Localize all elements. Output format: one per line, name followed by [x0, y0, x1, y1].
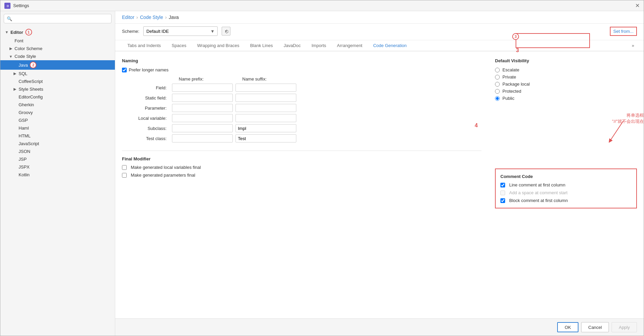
static-field-prefix-input[interactable] — [172, 94, 233, 102]
visibility-title: Default Visibility — [495, 58, 637, 63]
ok-button[interactable]: OK — [557, 322, 578, 332]
parameter-label: Parameter: — [122, 106, 169, 111]
local-var-suffix-input[interactable] — [236, 114, 296, 122]
add-space-label[interactable]: Add a space at comment start — [500, 190, 631, 195]
params-final-checkbox[interactable] — [122, 173, 127, 178]
test-class-suffix-input[interactable] — [236, 134, 296, 142]
sidebar-item-jsp[interactable]: ▶ JSP — [0, 155, 115, 163]
sidebar: 🔍 ▼ Editor 1 ▶ Font ▶ Color Scheme — [0, 11, 115, 336]
line-comment-checkbox[interactable] — [500, 183, 505, 187]
annotation-1: 1 — [25, 29, 32, 36]
search-box[interactable]: 🔍 — [4, 14, 112, 23]
tabs-bar: Tabs and Indents Spaces Wrapping and Bra… — [115, 40, 644, 51]
cancel-button[interactable]: Cancel — [581, 322, 609, 332]
sidebar-item-gsp[interactable]: ▶ GSP — [0, 116, 115, 124]
svg-text:⚙: ⚙ — [6, 4, 9, 8]
tab-imports[interactable]: Imports — [306, 40, 331, 51]
parameter-suffix-input[interactable] — [236, 104, 296, 112]
block-comment-label[interactable]: Block comment at first column — [500, 198, 631, 203]
visibility-escalate[interactable]: Escalate — [495, 67, 637, 72]
tab-wrapping-braces[interactable]: Wrapping and Braces — [192, 40, 245, 51]
apply-button[interactable]: Apply — [612, 322, 637, 332]
parameter-row: Parameter: — [122, 104, 481, 112]
name-headers: Name prefix: Name suffix: — [122, 76, 481, 82]
visibility-public[interactable]: Public — [495, 96, 637, 101]
left-section: Naming Prefer longer names Name prefix: … — [122, 58, 481, 312]
block-comment-checkbox[interactable] — [500, 198, 505, 203]
tab-spaces[interactable]: Spaces — [166, 40, 192, 51]
tab-javadoc[interactable]: JavaDoc — [278, 40, 306, 51]
private-radio[interactable] — [495, 75, 500, 80]
main-content: 🔍 ▼ Editor 1 ▶ Font ▶ Color Scheme — [0, 11, 644, 336]
prefer-longer-checkbox[interactable] — [122, 68, 127, 72]
sidebar-item-javascript[interactable]: ▶ JavaScript — [0, 140, 115, 148]
scheme-gear-button[interactable] — [222, 27, 230, 36]
prefer-longer-label[interactable]: Prefer longer names — [122, 67, 169, 72]
sidebar-item-style-sheets[interactable]: ▶ Style Sheets — [0, 85, 115, 93]
sidebar-item-gherkin[interactable]: ▶ Gherkin — [0, 101, 115, 109]
visibility-private[interactable]: Private — [495, 74, 637, 80]
prefer-longer-row: Prefer longer names — [122, 67, 481, 72]
static-field-suffix-input[interactable] — [236, 94, 296, 102]
search-input[interactable] — [14, 16, 108, 21]
tab-blank-lines[interactable]: Blank Lines — [245, 40, 278, 51]
sidebar-item-jspx[interactable]: ▶ JSPX — [0, 163, 115, 171]
visibility-protected[interactable]: Protected — [495, 89, 637, 94]
sidebar-item-code-style[interactable]: ▼ Code Style — [0, 52, 115, 60]
field-suffix-input[interactable] — [236, 84, 296, 92]
sidebar-item-kotlin[interactable]: ▶ Kotlin — [0, 171, 115, 179]
parameter-prefix-input[interactable] — [172, 104, 233, 112]
tab-arrangement[interactable]: Arrangement — [331, 40, 368, 51]
field-label: Field: — [122, 85, 169, 90]
field-prefix-input[interactable] — [172, 84, 233, 92]
settings-window: ⚙ Settings ✕ 🔍 ▼ Editor 1 ▶ Font — [0, 0, 644, 336]
comment-code-title: Comment Code — [500, 174, 631, 179]
package-local-radio[interactable] — [495, 82, 500, 87]
subclass-prefix-input[interactable] — [172, 124, 233, 132]
add-space-checkbox[interactable] — [500, 191, 505, 195]
sidebar-item-color-scheme[interactable]: ▶ Color Scheme — [0, 45, 115, 52]
sidebar-item-sql[interactable]: ▶ SQL — [0, 70, 115, 77]
public-radio[interactable] — [495, 96, 500, 101]
sidebar-item-font[interactable]: ▶ Font — [0, 37, 115, 45]
name-suffix-header: Name suffix: — [242, 76, 303, 82]
tab-code-generation[interactable]: Code Generation — [368, 40, 412, 51]
set-from-link[interactable]: Set from... — [610, 27, 637, 36]
sidebar-item-html[interactable]: ▶ HTML — [0, 132, 115, 140]
close-button[interactable]: ✕ — [635, 2, 640, 9]
local-var-prefix-input[interactable] — [172, 114, 233, 122]
protected-radio[interactable] — [495, 89, 500, 94]
tab-more-button[interactable]: » — [629, 40, 637, 51]
escalate-radio[interactable] — [495, 68, 500, 72]
params-final-label[interactable]: Make generated parameters final — [122, 173, 481, 178]
name-prefix-header: Name prefix: — [179, 76, 240, 82]
final-modifier-section: Final Modifier Make generated local vari… — [122, 156, 481, 178]
sidebar-tree: ▼ Editor 1 ▶ Font ▶ Color Scheme ▼ Code … — [0, 26, 115, 336]
sidebar-item-groovy[interactable]: ▶ Groovy — [0, 109, 115, 116]
sidebar-item-java[interactable]: ▶ Java 2 — [0, 60, 115, 70]
breadcrumb-code-style[interactable]: Code Style — [140, 15, 163, 20]
local-var-label: Local variable: — [122, 116, 169, 121]
local-var-row: Local variable: — [122, 114, 481, 122]
line-comment-label[interactable]: Line comment at first column — [500, 182, 631, 187]
app-icon: ⚙ — [4, 3, 10, 9]
subclass-suffix-input[interactable] — [236, 124, 296, 132]
tab-tabs-indents[interactable]: Tabs and Indents — [122, 40, 166, 51]
tooltip-annotation: 将单选框点取消 "//"就不会出现在首行了 — [612, 112, 644, 125]
separator — [122, 151, 481, 151]
sidebar-item-editorconfig[interactable]: ▶ EditorConfig — [0, 93, 115, 101]
sidebar-item-json[interactable]: ▶ JSON — [0, 148, 115, 155]
sidebar-item-haml[interactable]: ▶ Haml — [0, 124, 115, 132]
breadcrumb-editor[interactable]: Editor — [122, 15, 134, 20]
scheme-dropdown[interactable]: Default IDE ▼ — [143, 26, 218, 36]
local-vars-final-label[interactable]: Make generated local variables final — [122, 165, 481, 170]
sidebar-item-coffeescript[interactable]: ▶ CoffeeScript — [0, 77, 115, 85]
local-vars-final-checkbox[interactable] — [122, 165, 127, 170]
sidebar-item-editor[interactable]: ▼ Editor 1 — [0, 27, 115, 37]
search-icon: 🔍 — [7, 16, 12, 21]
visibility-package-local[interactable]: Package local — [495, 82, 637, 87]
test-class-prefix-input[interactable] — [172, 134, 233, 142]
content-area: Naming Prefer longer names Name prefix: … — [115, 51, 644, 318]
test-class-label: Test class: — [122, 136, 169, 141]
dropdown-arrow-icon: ▼ — [210, 29, 215, 34]
